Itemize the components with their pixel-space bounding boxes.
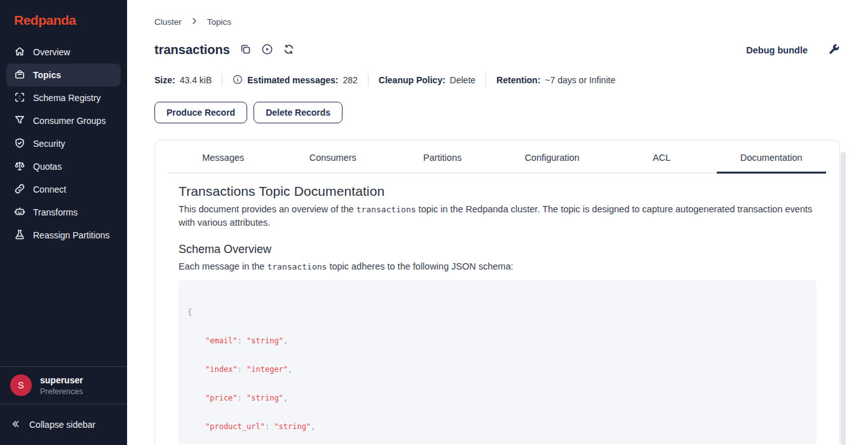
debug-bundle-link[interactable]: Debug bundle: [746, 45, 808, 55]
link-icon: [14, 183, 25, 196]
sidebar-nav: Overview Topics Schema Registry Consumer…: [0, 38, 127, 247]
play-circle-icon: [261, 43, 273, 57]
tab-bar: Messages Consumers Partitions Configurat…: [168, 140, 826, 174]
topic-detail-card: Messages Consumers Partitions Configurat…: [154, 140, 840, 444]
double-chevron-left-icon: [10, 419, 20, 431]
vertical-scrollbar[interactable]: [841, 152, 846, 445]
tab-configuration[interactable]: Configuration: [498, 140, 607, 174]
stat-label: Size:: [154, 75, 175, 85]
stat-retention: Retention: ~7 days or Infinite: [496, 75, 615, 85]
tab-consumers[interactable]: Consumers: [278, 140, 388, 174]
stat-value: Delete: [450, 75, 475, 85]
sidebar-item-label: Security: [33, 139, 65, 149]
stat-label: Cleanup Policy:: [379, 75, 445, 85]
robot-icon: [14, 206, 25, 219]
stat-value: 43.4 kiB: [180, 75, 212, 85]
delete-records-button[interactable]: Delete Records: [254, 102, 342, 123]
user-name: superuser: [40, 375, 83, 385]
avatar: S: [10, 374, 32, 396]
inline-code: transactions: [356, 205, 416, 214]
sidebar-item-label: Transforms: [33, 207, 78, 217]
sidebar-item-transforms[interactable]: Transforms: [6, 201, 121, 224]
sidebar-item-quotas[interactable]: Quotas: [6, 155, 121, 178]
sidebar-item-label: Consumer Groups: [33, 116, 105, 126]
sidebar-item-reassign-partitions[interactable]: Reassign Partitions: [6, 224, 121, 247]
sidebar: Redpanda Overview Topics Schema Registry…: [0, 0, 127, 445]
json-schema-code-block: { "email": "string", "index": "integer",…: [179, 280, 817, 444]
breadcrumb-topics[interactable]: Topics: [207, 17, 231, 27]
user-block[interactable]: S superuser Preferences: [0, 366, 127, 404]
sidebar-spacer: [0, 247, 127, 366]
info-icon: [233, 74, 243, 86]
flask-icon: [14, 229, 25, 242]
stat-label: Retention:: [496, 75, 540, 85]
stat-label: Estimated messages:: [247, 75, 338, 85]
schema-overview-heading: Schema Overview: [179, 243, 817, 256]
stat-estimated-messages: Estimated messages: 282: [233, 74, 358, 86]
doc-title: Transactions Topic Documentation: [179, 184, 817, 199]
sidebar-item-connect[interactable]: Connect: [6, 178, 121, 201]
sidebar-item-label: Reassign Partitions: [33, 230, 110, 240]
stat-cleanup-policy: Cleanup Policy: Delete: [379, 75, 476, 85]
wrench-icon: [828, 43, 840, 57]
copy-icon: [240, 43, 252, 57]
collapse-sidebar-label: Collapse sidebar: [29, 420, 95, 430]
code-line: "email": "string",: [187, 336, 808, 346]
sidebar-item-label: Connect: [33, 184, 66, 195]
stat-value: ~7 days or Infinite: [545, 75, 616, 85]
tab-partitions[interactable]: Partitions: [388, 140, 498, 174]
divider: [368, 74, 369, 86]
divider: [485, 74, 486, 86]
documentation-content: Transactions Topic Documentation This do…: [168, 174, 826, 444]
refresh-button[interactable]: [283, 43, 295, 57]
code-line: "index": "integer",: [187, 365, 808, 374]
stat-size: Size: 43.4 kiB: [154, 75, 212, 85]
copy-topic-name-button[interactable]: [240, 43, 252, 57]
title-row: transactions Debug bundle: [154, 43, 840, 57]
doc-intro: This document provides an overview of th…: [179, 203, 817, 229]
breadcrumb: Cluster Topics: [154, 17, 868, 27]
page-title: transactions: [154, 43, 230, 57]
collapse-sidebar-button[interactable]: Collapse sidebar: [0, 404, 127, 445]
divider: [222, 74, 222, 86]
breadcrumb-cluster[interactable]: Cluster: [154, 17, 182, 27]
code-line: "price": "string",: [187, 394, 808, 403]
redpanda-logo: Redpanda: [0, 0, 127, 38]
sidebar-item-topics[interactable]: Topics: [6, 64, 121, 86]
tab-messages[interactable]: Messages: [168, 140, 278, 174]
sidebar-item-label: Overview: [33, 47, 70, 57]
produce-shortcut-button[interactable]: [261, 43, 273, 57]
funnel-icon: [14, 114, 25, 128]
produce-record-button[interactable]: Produce Record: [154, 102, 247, 123]
sidebar-item-label: Schema Registry: [33, 93, 101, 103]
topic-stats: Size: 43.4 kiB Estimated messages: 282 C…: [154, 74, 868, 86]
sidebar-item-label: Quotas: [33, 161, 62, 172]
sidebar-item-overview[interactable]: Overview: [6, 41, 121, 64]
code-line: {: [187, 308, 808, 317]
schema-intro: Each message in the transactions topic a…: [179, 260, 817, 273]
code-line: "product_url": "string",: [187, 422, 808, 432]
shield-check-icon: [14, 137, 25, 151]
sidebar-item-consumer-groups[interactable]: Consumer Groups: [6, 109, 121, 132]
tab-documentation[interactable]: Documentation: [717, 140, 827, 174]
main-content: Cluster Topics transactions Debug bundle…: [127, 0, 868, 444]
topic-actions: Produce Record Delete Records: [154, 102, 868, 123]
home-icon: [14, 46, 25, 59]
preferences-link[interactable]: Preferences: [40, 387, 83, 396]
stat-value: 282: [342, 75, 357, 85]
refresh-icon: [283, 43, 295, 57]
inline-code: transactions: [267, 262, 327, 271]
schema-registry-icon: [14, 92, 25, 105]
sidebar-item-security[interactable]: Security: [6, 132, 121, 155]
sidebar-item-schema-registry[interactable]: Schema Registry: [6, 86, 121, 109]
scales-icon: [14, 160, 25, 174]
chevron-right-icon: [190, 17, 199, 27]
sidebar-item-label: Topics: [33, 70, 61, 80]
settings-wrench-button[interactable]: [828, 43, 840, 57]
topics-box-icon: [14, 69, 25, 82]
tab-acl[interactable]: ACL: [607, 140, 717, 174]
